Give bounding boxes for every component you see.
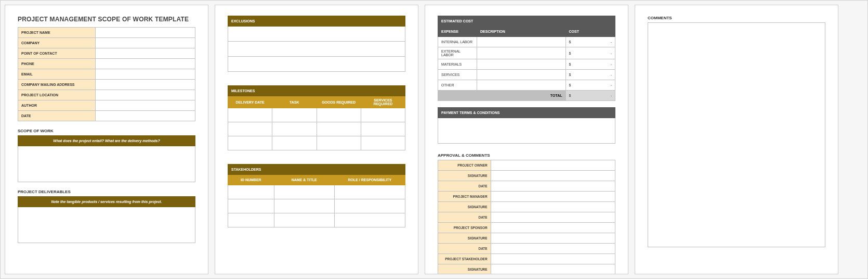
exp-materials: MATERIALS — [438, 59, 477, 70]
comments-heading: COMMENTS — [648, 16, 825, 20]
label-location: PROJECT LOCATION — [18, 90, 96, 100]
exp-external-labor: EXTERNAL LABOR — [438, 47, 477, 59]
payment-terms-heading: PAYMENT TERMS & CONDITIONS — [438, 108, 615, 118]
milestone-row — [228, 108, 272, 122]
col-description: DESCRIPTION — [477, 27, 566, 37]
col-delivery-date: DELIVERY DATE — [228, 96, 272, 108]
appr-date: DATE — [438, 212, 491, 223]
value-project-name — [96, 28, 195, 38]
label-contact: POINT OF CONTACT — [18, 48, 96, 59]
milestone-row — [228, 136, 272, 150]
exclusions-row — [228, 57, 405, 72]
scope-table: What does the project entail? What are t… — [18, 135, 195, 182]
appr-manager: PROJECT MANAGER — [438, 192, 491, 202]
deliverables-table: Note the tangible products / services re… — [18, 196, 195, 243]
estimated-cost-table: ESTIMATED COST EXPENSE DESCRIPTION COST … — [438, 16, 615, 101]
total-label: TOTAL — [438, 91, 566, 101]
stakeholders-table: STAKEHOLDERS ID NUMBER NAME & TITLE ROLE… — [228, 164, 405, 227]
comments-box — [648, 22, 825, 247]
template-thumbnails: PROJECT MANAGEMENT SCOPE OF WORK TEMPLAT… — [0, 0, 868, 279]
payment-terms-table: PAYMENT TERMS & CONDITIONS — [438, 107, 615, 144]
value-location — [96, 90, 195, 100]
value-contact — [96, 48, 195, 59]
col-goods: GOODS REQUIRED — [317, 96, 361, 108]
scope-prompt: What does the project entail? What are t… — [18, 136, 195, 146]
stakeholder-row — [228, 199, 274, 213]
value-email — [96, 69, 195, 80]
stakeholder-row — [228, 185, 274, 199]
appr-sponsor: PROJECT SPONSOR — [438, 223, 491, 233]
exclusions-row — [228, 27, 405, 42]
stakeholder-row — [228, 213, 274, 227]
page-3: ESTIMATED COST EXPENSE DESCRIPTION COST … — [425, 5, 628, 274]
milestones-table: MILESTONES DELIVERY DATE TASK GOODS REQU… — [228, 85, 405, 150]
approval-heading: APPROVAL & COMMENTS — [438, 153, 615, 158]
col-services: SERVICES REQUIRED — [361, 96, 405, 108]
total-value: $- — [565, 91, 615, 101]
exp-cost: $- — [565, 70, 615, 80]
stakeholders-heading: STAKEHOLDERS — [228, 164, 405, 175]
exp-other: OTHER — [438, 80, 477, 91]
appr-signature: SIGNATURE — [438, 202, 491, 212]
value-phone — [96, 59, 195, 69]
label-author: AUTHOR — [18, 100, 96, 111]
exclusions-table: EXCLUSIONS — [228, 16, 405, 72]
deliverables-heading: PROJECT DELIVERABLES — [18, 189, 195, 194]
approvals-table: PROJECT OWNER SIGNATURE DATE PROJECT MAN… — [438, 160, 615, 274]
value-company — [96, 38, 195, 48]
page-4: COMMENTS — [635, 5, 838, 274]
deliverables-body — [18, 207, 195, 243]
label-phone: PHONE — [18, 59, 96, 69]
appr-signature: SIGNATURE — [438, 264, 491, 275]
deliverables-prompt: Note the tangible products / services re… — [18, 197, 195, 207]
scope-heading: SCOPE OF WORK — [18, 129, 195, 133]
exp-internal-labor: INTERNAL LABOR — [438, 37, 477, 47]
exclusions-row — [228, 42, 405, 57]
exp-cost: $- — [565, 59, 615, 70]
value-author — [96, 100, 195, 111]
col-cost: COST — [565, 27, 615, 37]
exp-cost: $- — [565, 47, 615, 59]
exp-services: SERVICES — [438, 70, 477, 80]
col-expense: EXPENSE — [438, 27, 477, 37]
value-mailing — [96, 80, 195, 90]
appr-signature: SIGNATURE — [438, 171, 491, 181]
label-project-name: PROJECT NAME — [18, 28, 96, 38]
label-date: DATE — [18, 111, 96, 121]
appr-date: DATE — [438, 244, 491, 254]
milestones-heading: MILESTONES — [228, 86, 405, 96]
appr-signature: SIGNATURE — [438, 233, 491, 244]
exp-cost: $- — [565, 80, 615, 91]
col-name-title: NAME & TITLE — [274, 175, 334, 185]
exclusions-heading: EXCLUSIONS — [228, 16, 405, 27]
label-email: EMAIL — [18, 69, 96, 80]
col-id: ID NUMBER — [228, 175, 274, 185]
appr-date: DATE — [438, 181, 491, 192]
milestone-row — [228, 122, 272, 136]
exp-cost: $- — [565, 37, 615, 47]
appr-stakeholder: PROJECT STAKEHOLDER — [438, 254, 491, 264]
project-info-table: PROJECT NAME COMPANY POINT OF CONTACT PH… — [18, 27, 195, 121]
col-role: ROLE / RESPONSIBILITY — [334, 175, 405, 185]
estimated-cost-heading: ESTIMATED COST — [438, 16, 615, 27]
doc-title: PROJECT MANAGEMENT SCOPE OF WORK TEMPLAT… — [18, 16, 195, 23]
label-company: COMPANY — [18, 38, 96, 48]
value-date — [96, 111, 195, 121]
label-mailing: COMPANY MAILING ADDRESS — [18, 80, 96, 90]
col-task: TASK — [272, 96, 317, 108]
scope-body — [18, 146, 195, 182]
page-2: EXCLUSIONS MILESTONES DELIVERY DATE TASK… — [215, 5, 418, 274]
appr-owner: PROJECT OWNER — [438, 160, 491, 171]
payment-terms-body — [438, 118, 615, 144]
page-1: PROJECT MANAGEMENT SCOPE OF WORK TEMPLAT… — [5, 5, 208, 274]
